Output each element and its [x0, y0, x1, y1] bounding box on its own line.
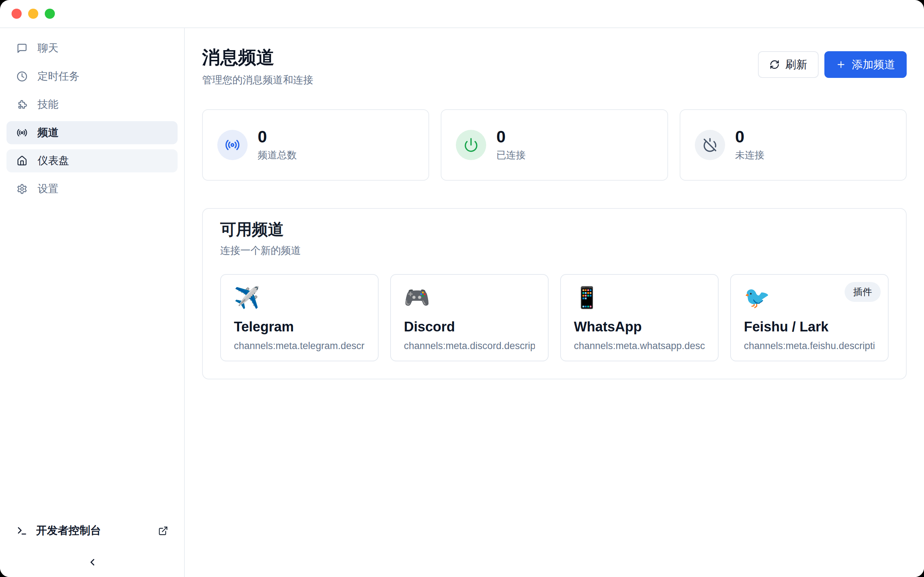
stat-value: 0 [735, 128, 764, 145]
sidebar-item-label: 技能 [37, 97, 58, 112]
stat-label: 频道总数 [258, 148, 297, 161]
sidebar-item-chat[interactable]: 聊天 [6, 37, 178, 60]
sidebar-item-label: 聊天 [37, 41, 58, 56]
stat-icon-circle [695, 130, 725, 160]
stat-text: 0 频道总数 [258, 128, 297, 161]
developer-console-link[interactable]: 开发者控制台 [16, 523, 168, 538]
sidebar-item-settings[interactable]: 设置 [6, 177, 178, 200]
gear-icon [16, 184, 27, 194]
titlebar [0, 0, 924, 28]
refresh-button-label: 刷新 [785, 57, 807, 72]
sidebar-item-label: 仪表盘 [37, 154, 69, 168]
puzzle-icon [16, 99, 27, 110]
stat-card-total-channels: 0 频道总数 [202, 109, 429, 181]
airplane-emoji-icon: ✈️ [234, 285, 365, 310]
page-header: 消息频道 管理您的消息频道和连接 刷新 添加频道 [202, 45, 907, 87]
stat-value: 0 [258, 128, 297, 145]
minimize-window-button[interactable] [28, 9, 38, 19]
channel-description: channels:meta.feishu.description [744, 340, 875, 351]
app-body: 聊天 定时任务 技能 频道 仪表盘 [0, 28, 924, 577]
window-controls [11, 9, 55, 19]
main-content: 消息频道 管理您的消息频道和连接 刷新 添加频道 [185, 28, 924, 577]
external-link-icon [158, 526, 168, 536]
channel-name: Telegram [234, 319, 365, 335]
chevron-left-icon [87, 557, 98, 567]
chat-icon [16, 43, 27, 54]
clock-icon [16, 71, 27, 82]
terminal-icon [16, 525, 27, 536]
plus-icon [836, 60, 846, 69]
channel-name: Feishu / Lark [744, 319, 875, 335]
sidebar-item-scheduled-tasks[interactable]: 定时任务 [6, 65, 178, 88]
stat-icon-circle [217, 130, 247, 160]
channel-name: Discord [404, 319, 535, 335]
stat-card-disconnected: 0 未连接 [680, 109, 907, 181]
page-title: 消息频道 [202, 45, 313, 69]
sidebar: 聊天 定时任务 技能 频道 仪表盘 [0, 28, 185, 577]
channel-description: channels:meta.discord.descriptic [404, 340, 535, 351]
plugin-badge: 插件 [845, 282, 881, 302]
channel-description: channels:meta.telegram.descript [234, 340, 365, 351]
gamepad-emoji-icon: 🎮 [404, 285, 535, 310]
sidebar-item-channels[interactable]: 频道 [6, 121, 178, 144]
channel-card-telegram[interactable]: ✈️ Telegram channels:meta.telegram.descr… [220, 274, 379, 361]
sidebar-item-dashboard[interactable]: 仪表盘 [6, 149, 178, 172]
stat-value: 0 [496, 128, 525, 145]
radio-icon [16, 127, 27, 138]
channel-name: WhatsApp [574, 319, 705, 335]
sidebar-menu: 聊天 定时任务 技能 频道 仪表盘 [0, 37, 184, 200]
stat-text: 0 未连接 [735, 128, 764, 161]
page-subtitle: 管理您的消息频道和连接 [202, 73, 313, 87]
developer-console-label: 开发者控制台 [36, 523, 101, 538]
channel-card-whatsapp[interactable]: 📱 WhatsApp channels:meta.whatsapp.descri… [560, 274, 719, 361]
zoom-window-button[interactable] [45, 9, 55, 19]
sidebar-item-label: 频道 [37, 126, 58, 140]
radio-icon [225, 137, 240, 153]
home-icon [16, 155, 27, 166]
refresh-icon [769, 60, 780, 69]
channels-grid: ✈️ Telegram channels:meta.telegram.descr… [220, 274, 888, 361]
app-window: 聊天 定时任务 技能 频道 仪表盘 [0, 0, 924, 577]
add-channel-button[interactable]: 添加频道 [824, 51, 907, 78]
power-icon [464, 137, 478, 153]
sidebar-item-label: 设置 [37, 182, 58, 196]
power-off-icon [703, 137, 717, 153]
available-channels-section: 可用频道 连接一个新的频道 ✈️ Telegram channels:meta.… [202, 208, 907, 379]
refresh-button[interactable]: 刷新 [758, 51, 819, 78]
stats-row: 0 频道总数 0 已连接 [202, 109, 907, 181]
close-window-button[interactable] [11, 9, 22, 19]
header-actions: 刷新 添加频道 [758, 51, 907, 78]
stat-card-connected: 0 已连接 [441, 109, 668, 181]
channel-card-feishu[interactable]: 插件 🐦 Feishu / Lark channels:meta.feishu.… [730, 274, 888, 361]
add-channel-button-label: 添加频道 [852, 57, 895, 72]
sidebar-footer: 开发者控制台 [0, 523, 184, 577]
stat-text: 0 已连接 [496, 128, 525, 161]
channel-card-discord[interactable]: 🎮 Discord channels:meta.discord.descript… [390, 274, 549, 361]
sidebar-item-label: 定时任务 [37, 69, 79, 84]
stat-label: 已连接 [496, 148, 525, 161]
available-channels-subtitle: 连接一个新的频道 [220, 244, 888, 258]
available-channels-title: 可用频道 [220, 219, 888, 240]
sidebar-collapse-button[interactable] [16, 557, 168, 567]
channel-description: channels:meta.whatsapp.descrip [574, 340, 705, 351]
page-header-titles: 消息频道 管理您的消息频道和连接 [202, 45, 313, 87]
stat-icon-circle [456, 130, 486, 160]
stat-label: 未连接 [735, 148, 764, 161]
mobile-phone-emoji-icon: 📱 [574, 285, 705, 310]
sidebar-item-skills[interactable]: 技能 [6, 93, 178, 116]
